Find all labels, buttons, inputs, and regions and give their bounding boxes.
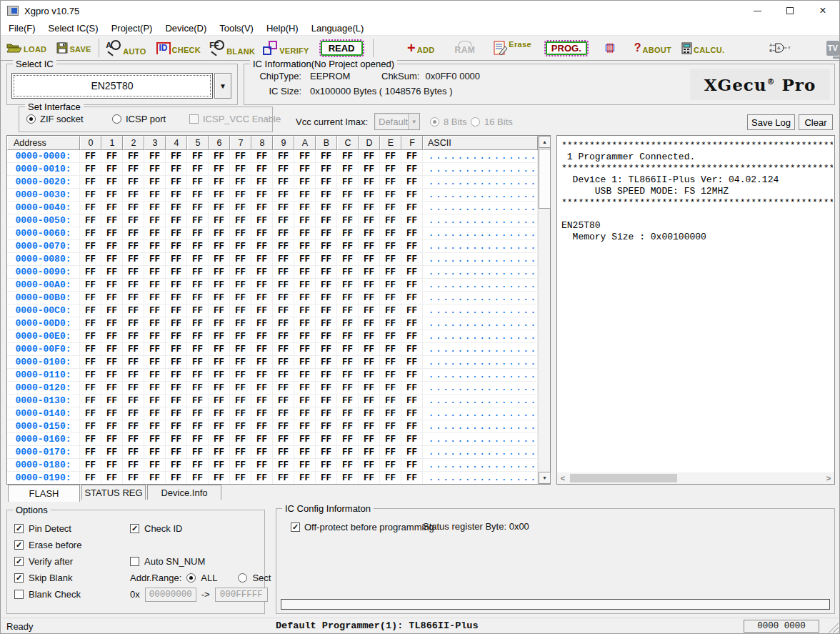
hex-byte-cell[interactable]: FF [230,446,251,459]
hex-byte-cell[interactable]: FF [101,292,123,304]
hex-byte-cell[interactable]: FF [80,150,101,163]
hex-byte-cell[interactable]: FF [144,369,166,382]
hex-byte-cell[interactable]: FF [144,472,166,484]
hex-byte-cell[interactable]: FF [380,407,401,420]
hex-byte-cell[interactable]: FF [401,163,423,176]
hex-byte-cell[interactable]: FF [123,292,144,304]
scrollbar-thumb[interactable] [570,474,677,482]
hex-byte-cell[interactable]: FF [230,395,251,407]
hex-byte-cell[interactable]: FF [251,240,273,253]
hex-byte-cell[interactable]: FF [401,356,423,369]
hex-byte-cell[interactable]: FF [380,369,401,382]
hex-byte-cell[interactable]: FF [316,163,337,176]
hex-byte-cell[interactable]: FF [251,253,273,266]
hex-byte-cell[interactable]: FF [359,369,380,382]
hex-byte-cell[interactable]: FF [187,266,209,279]
hex-byte-cell[interactable]: FF [380,343,401,356]
verify-button[interactable]: VERIFY [262,41,309,55]
save-log-button[interactable]: Save Log [747,114,795,130]
hex-byte-cell[interactable]: FF [209,292,230,304]
option-checkbox-skip-blank[interactable]: ✓Skip Blank [14,570,81,586]
hex-byte-cell[interactable]: FF [401,202,423,214]
hex-byte-cell[interactable]: FF [209,446,230,459]
hex-byte-cell[interactable]: FF [359,395,380,407]
hex-byte-cell[interactable]: FF [101,343,123,356]
offprotect-checkbox[interactable]: ✓ Off-protect before programming [291,522,434,533]
hex-byte-cell[interactable]: FF [380,240,401,253]
hex-byte-cell[interactable]: FF [401,459,423,472]
hex-byte-cell[interactable]: FF [294,189,316,202]
hex-byte-cell[interactable]: FF [101,214,123,227]
hex-byte-cell[interactable]: FF [123,459,144,472]
log-horizontal-scrollbar[interactable]: < > [557,472,834,484]
hex-byte-cell[interactable]: FF [401,292,423,304]
hex-byte-cell[interactable]: FF [101,189,123,202]
hex-byte-cell[interactable]: FF [337,176,359,189]
hex-byte-cell[interactable]: FF [123,304,144,317]
hex-byte-cell[interactable]: FF [187,163,209,176]
hex-byte-cell[interactable]: FF [209,330,230,343]
hex-vertical-scrollbar[interactable]: ▲ ▼ [538,136,550,484]
hex-byte-cell[interactable]: FF [187,407,209,420]
hex-byte-cell[interactable]: FF [144,202,166,214]
hex-byte-cell[interactable]: FF [144,214,166,227]
tab-status-reg[interactable]: STATUS REG [81,485,146,500]
hex-byte-cell[interactable]: FF [337,266,359,279]
hex-byte-cell[interactable]: FF [337,253,359,266]
hex-byte-cell[interactable]: FF [251,369,273,382]
hex-byte-cell[interactable]: FF [123,202,144,214]
hex-byte-cell[interactable]: FF [401,304,423,317]
hex-byte-cell[interactable]: FF [401,343,423,356]
hex-byte-cell[interactable]: FF [80,163,101,176]
hex-byte-cell[interactable]: FF [80,446,101,459]
hex-byte-cell[interactable]: FF [337,420,359,433]
hex-byte-cell[interactable]: FF [187,317,209,330]
hex-byte-cell[interactable]: FF [123,214,144,227]
hex-byte-cell[interactable]: FF [209,279,230,292]
hex-byte-cell[interactable]: FF [166,150,187,163]
hex-byte-cell[interactable]: FF [294,150,316,163]
hex-byte-cell[interactable]: FF [359,150,380,163]
hex-byte-cell[interactable]: FF [316,292,337,304]
hex-byte-cell[interactable]: FF [251,317,273,330]
hex-byte-cell[interactable]: FF [80,343,101,356]
hex-byte-cell[interactable]: FF [123,317,144,330]
scroll-left-icon[interactable]: < [557,472,569,484]
hex-byte-cell[interactable]: FF [230,343,251,356]
hex-byte-cell[interactable]: FF [273,330,294,343]
addr-to-field[interactable]: 000FFFFF [215,588,268,602]
hex-byte-cell[interactable]: FF [380,420,401,433]
hex-byte-cell[interactable]: FF [123,395,144,407]
hex-byte-cell[interactable]: FF [316,253,337,266]
hex-byte-cell[interactable]: FF [380,446,401,459]
hex-byte-cell[interactable]: FF [123,279,144,292]
hex-byte-cell[interactable]: FF [101,382,123,395]
hex-byte-cell[interactable]: FF [337,189,359,202]
hex-byte-cell[interactable]: FF [187,292,209,304]
hex-byte-cell[interactable]: FF [337,227,359,240]
hex-byte-cell[interactable]: FF [401,382,423,395]
hex-byte-cell[interactable]: FF [337,369,359,382]
hex-byte-cell[interactable]: FF [166,472,187,484]
hex-byte-cell[interactable]: FF [401,266,423,279]
hex-byte-cell[interactable]: FF [337,150,359,163]
hex-byte-cell[interactable]: FF [251,292,273,304]
add-button[interactable]: + ADD [407,41,434,54]
hex-byte-cell[interactable]: FF [123,446,144,459]
hex-byte-cell[interactable]: FF [294,279,316,292]
hex-byte-cell[interactable]: FF [166,395,187,407]
hex-byte-cell[interactable]: FF [359,472,380,484]
menu-item-device[interactable]: Device(D) [159,23,213,34]
hex-byte-cell[interactable]: FF [251,150,273,163]
hex-byte-cell[interactable]: FF [316,330,337,343]
hex-byte-cell[interactable]: FF [251,459,273,472]
hex-byte-cell[interactable]: FF [80,382,101,395]
hex-byte-cell[interactable]: FF [230,356,251,369]
hex-byte-cell[interactable]: FF [209,382,230,395]
hex-byte-cell[interactable]: FF [123,330,144,343]
hex-byte-cell[interactable]: FF [401,253,423,266]
hex-byte-cell[interactable]: FF [380,163,401,176]
hex-byte-cell[interactable]: FF [101,227,123,240]
hex-byte-cell[interactable]: FF [273,382,294,395]
hex-byte-cell[interactable]: FF [166,279,187,292]
